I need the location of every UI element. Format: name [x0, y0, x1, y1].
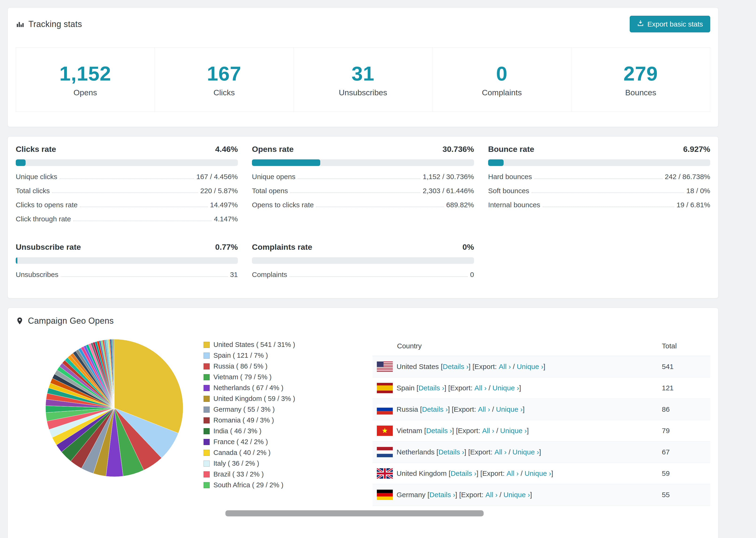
legend-swatch: [203, 363, 210, 369]
legend-label: Russia ( 86 / 5% ): [213, 362, 267, 370]
export-unique-link[interactable]: Unique ›: [513, 448, 539, 456]
rate-title: Unsubscribe rate: [16, 242, 81, 252]
campaign-geo-opens-card: Campaign Geo Opens United States ( 541 /…: [8, 308, 719, 538]
metric-value: 31: [230, 271, 238, 279]
country-flag-icon: [377, 447, 393, 457]
details-link[interactable]: Details ›: [418, 384, 444, 392]
export-all-link[interactable]: All ›: [474, 384, 487, 392]
table-row: Russia [Details ›] [Export: All › / Uniq…: [373, 399, 710, 420]
legend-label: India ( 46 / 3% ): [213, 427, 261, 435]
stat-box: 167 Clicks: [154, 48, 293, 112]
legend-item: Spain ( 121 / 7% ): [203, 351, 368, 359]
export-all-link[interactable]: All ›: [499, 363, 511, 370]
metric-value: 242 / 86.738%: [665, 173, 711, 181]
legend-item: Italy ( 36 / 2% ): [203, 459, 368, 467]
export-unique-link[interactable]: Unique ›: [496, 405, 523, 413]
export-all-link[interactable]: All ›: [495, 448, 507, 456]
legend-label: Romania ( 49 / 3% ): [213, 416, 274, 424]
details-link[interactable]: Details ›: [426, 427, 452, 435]
rate-value: 0%: [462, 242, 474, 252]
export-label: Export:: [458, 427, 480, 435]
rate-block: Unsubscribe rate 0.77% Unsubscribes 31: [16, 242, 238, 282]
dotted-leader: [61, 276, 228, 277]
legend-item: India ( 46 / 3% ): [203, 427, 368, 435]
export-all-link[interactable]: All ›: [485, 491, 498, 499]
metric-row: Opens to clicks rate 689.82%: [252, 198, 474, 212]
country-cell: Germany [Details ›] [Export: All › / Uni…: [373, 484, 658, 506]
metric-row: Unique opens 1,152 / 30.736%: [252, 170, 474, 184]
metric-row: Total clicks 220 / 5.87%: [16, 184, 238, 198]
details-link[interactable]: Details ›: [438, 448, 464, 456]
tracking-stats-card: Tracking stats Export basic stats 1,152 …: [8, 8, 719, 127]
export-all-link[interactable]: All ›: [478, 405, 490, 413]
country-name: Spain: [397, 384, 415, 392]
country-name: Vietnam: [397, 427, 422, 435]
legend-item: France ( 42 / 2% ): [203, 438, 368, 446]
legend-item: Vietnam ( 79 / 5% ): [203, 373, 368, 381]
metric-row: Unsubscribes 31: [16, 268, 238, 282]
horizontal-scrollbar-thumb[interactable]: [225, 510, 484, 516]
country-cell: Vietnam [Details ›] [Export: All › / Uni…: [373, 420, 658, 442]
rate-block: Opens rate 30.736% Unique opens 1,152 / …: [252, 144, 474, 226]
stat-label: Bounces: [625, 88, 656, 97]
metric-row: Click through rate 4.147%: [16, 212, 238, 226]
export-unique-link[interactable]: Unique ›: [493, 384, 519, 392]
metric-row: Total opens 2,303 / 61.446%: [252, 184, 474, 198]
rate-rows: Complaints 0: [252, 268, 474, 282]
legend-item: Russia ( 86 / 5% ): [203, 362, 368, 370]
table-row: United Kingdom [Details ›] [Export: All …: [373, 463, 710, 484]
country-total: 59: [658, 463, 710, 484]
stat-box: 0 Complaints: [432, 48, 571, 112]
export-unique-link[interactable]: Unique ›: [524, 469, 551, 477]
export-unique-link[interactable]: Unique ›: [500, 427, 527, 435]
rate-head: Opens rate 30.736%: [252, 144, 474, 154]
export-all-link[interactable]: All ›: [507, 469, 519, 477]
rate-title: Complaints rate: [252, 242, 312, 252]
stat-value: 279: [623, 62, 658, 85]
metric-row: Unique clicks 167 / 4.456%: [16, 170, 238, 184]
download-icon: [637, 20, 644, 28]
legend-item: Netherlands ( 67 / 4% ): [203, 384, 368, 392]
tracking-stats-header: Tracking stats Export basic stats: [16, 16, 710, 32]
rate-head: Clicks rate 4.46%: [16, 144, 238, 154]
stat-label: Unsubscribes: [339, 88, 387, 97]
country-total: 541: [658, 356, 710, 377]
metric-label: Click through rate: [16, 215, 71, 223]
dotted-leader: [60, 178, 194, 179]
geo-table: Country Total United States [Details ›] …: [373, 336, 710, 506]
export-basic-stats-button[interactable]: Export basic stats: [630, 16, 710, 32]
export-unique-link[interactable]: Unique ›: [517, 363, 543, 370]
country-flag-icon: [377, 426, 393, 436]
export-basic-stats-label: Export basic stats: [647, 20, 703, 28]
metric-value: 2,303 / 61.446%: [423, 187, 474, 195]
metric-row: Soft bounces 18 / 0%: [488, 184, 710, 198]
country-name: Russia: [397, 405, 418, 413]
country-total: 121: [658, 377, 710, 399]
details-link[interactable]: Details ›: [429, 491, 455, 499]
stat-box: 31 Unsubscribes: [294, 48, 432, 112]
rate-head: Complaints rate 0%: [252, 242, 474, 252]
progress-bar-track: [252, 257, 474, 264]
progress-bar-track: [488, 159, 710, 166]
metric-row: Hard bounces 242 / 86.738%: [488, 170, 710, 184]
legend-swatch: [203, 342, 210, 348]
country-name: United Kingdom: [397, 469, 447, 477]
rate-value: 0.77%: [215, 242, 238, 252]
metric-value: 4.147%: [214, 215, 238, 223]
legend-label: Canada ( 40 / 2% ): [213, 449, 270, 457]
details-link[interactable]: Details ›: [443, 363, 469, 370]
column-header-country: Country: [373, 336, 658, 356]
metric-label: Total opens: [252, 187, 288, 195]
metric-label: Hard bounces: [488, 173, 532, 181]
export-unique-link[interactable]: Unique ›: [503, 491, 530, 499]
legend-swatch: [203, 471, 210, 477]
export-all-link[interactable]: All ›: [482, 427, 495, 435]
export-label: Export:: [474, 363, 497, 370]
legend-label: France ( 42 / 2% ): [213, 438, 268, 446]
progress-bar-fill: [488, 159, 504, 166]
details-link[interactable]: Details ›: [451, 469, 476, 477]
country-total: 79: [658, 420, 710, 442]
country-name: Germany: [397, 491, 425, 499]
metric-value: 167 / 4.456%: [196, 173, 238, 181]
details-link[interactable]: Details ›: [422, 405, 448, 413]
